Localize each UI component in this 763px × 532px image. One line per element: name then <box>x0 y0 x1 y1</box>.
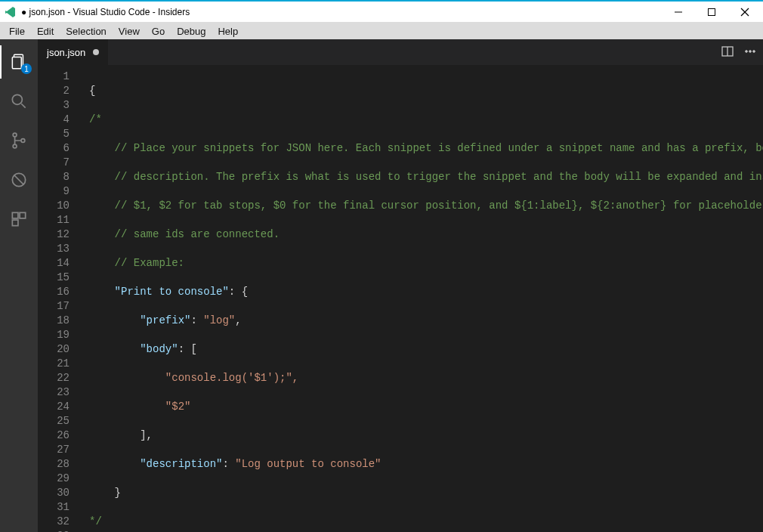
line-number: 7 <box>38 156 70 170</box>
activity-search[interactable] <box>0 85 38 118</box>
svg-rect-14 <box>20 212 26 218</box>
tab-json[interactable]: json.json <box>38 39 109 65</box>
activity-debug[interactable] <box>0 163 38 196</box>
svg-point-18 <box>746 50 748 52</box>
svg-point-10 <box>21 139 25 143</box>
editor-area: json.json 123456789101112131415161718192… <box>38 39 763 532</box>
activity-explorer[interactable]: 1 <box>0 45 38 79</box>
line-number: 17 <box>38 299 70 314</box>
split-editor-icon[interactable] <box>721 45 734 60</box>
line-number: 33 <box>38 529 70 532</box>
line-number: 9 <box>38 184 70 199</box>
menu-debug[interactable]: Debug <box>171 26 212 37</box>
vscode-icon <box>5 6 17 18</box>
line-number: 6 <box>38 141 70 156</box>
line-number: 18 <box>38 314 70 328</box>
line-number: 20 <box>38 342 70 357</box>
line-number: 28 <box>38 457 70 472</box>
svg-point-20 <box>753 50 755 52</box>
line-number: 1 <box>38 70 70 84</box>
line-number: 12 <box>38 227 70 242</box>
svg-rect-15 <box>12 220 18 226</box>
svg-line-7 <box>21 104 25 107</box>
svg-point-19 <box>749 50 752 52</box>
svg-point-6 <box>12 94 22 104</box>
menu-go[interactable]: Go <box>146 26 171 37</box>
svg-point-8 <box>13 133 17 137</box>
activity-source-control[interactable] <box>0 124 38 157</box>
line-number: 11 <box>38 213 70 227</box>
tab-actions <box>721 39 763 65</box>
titlebar: ● json.json - Visual Studio Code - Insid… <box>0 2 763 23</box>
line-number: 21 <box>38 357 70 371</box>
line-number: 22 <box>38 371 70 385</box>
svg-rect-13 <box>12 212 18 218</box>
close-button[interactable] <box>736 3 754 21</box>
line-number: 29 <box>38 472 70 486</box>
svg-point-9 <box>13 144 17 148</box>
svg-rect-1 <box>709 8 715 15</box>
line-number: 14 <box>38 256 70 271</box>
maximize-button[interactable] <box>703 3 721 21</box>
activity-extensions[interactable] <box>0 203 38 236</box>
menu-edit[interactable]: Edit <box>31 26 60 37</box>
menu-file[interactable]: File <box>3 26 31 37</box>
tab-label: json.json <box>47 47 85 58</box>
window-title: ● json.json - Visual Studio Code - Insid… <box>21 7 669 17</box>
svg-line-12 <box>14 175 24 185</box>
svg-rect-5 <box>12 57 21 69</box>
line-number: 24 <box>38 400 70 414</box>
more-icon[interactable] <box>743 45 757 60</box>
line-number: 32 <box>38 515 70 529</box>
line-number: 19 <box>38 328 70 342</box>
code-editor[interactable]: 1234567891011121314151617181920212223242… <box>38 65 763 532</box>
activity-bar: 1 <box>0 39 38 532</box>
line-number: 5 <box>38 127 70 141</box>
tab-bar: json.json <box>38 39 763 65</box>
line-number: 25 <box>38 414 70 428</box>
menubar: File Edit Selection View Go Debug Help <box>0 23 763 39</box>
line-number: 15 <box>38 271 70 285</box>
menu-help[interactable]: Help <box>212 26 244 37</box>
line-number: 30 <box>38 486 70 500</box>
minimize-button[interactable] <box>669 3 687 21</box>
line-number: 3 <box>38 98 70 113</box>
menu-view[interactable]: View <box>113 26 146 37</box>
line-number: 10 <box>38 199 70 213</box>
modified-dot-icon <box>93 49 99 55</box>
line-number: 16 <box>38 285 70 299</box>
code-content: { /* // Place your snippets for JSON her… <box>83 65 763 532</box>
line-number: 23 <box>38 385 70 400</box>
line-number-gutter: 1234567891011121314151617181920212223242… <box>38 65 83 532</box>
line-number: 26 <box>38 428 70 443</box>
line-number: 27 <box>38 443 70 457</box>
window-controls <box>669 3 758 21</box>
line-number: 13 <box>38 242 70 256</box>
explorer-badge: 1 <box>21 63 32 74</box>
line-number: 4 <box>38 113 70 127</box>
menu-selection[interactable]: Selection <box>60 26 112 37</box>
line-number: 31 <box>38 500 70 515</box>
line-number: 2 <box>38 84 70 98</box>
line-number: 8 <box>38 170 70 184</box>
